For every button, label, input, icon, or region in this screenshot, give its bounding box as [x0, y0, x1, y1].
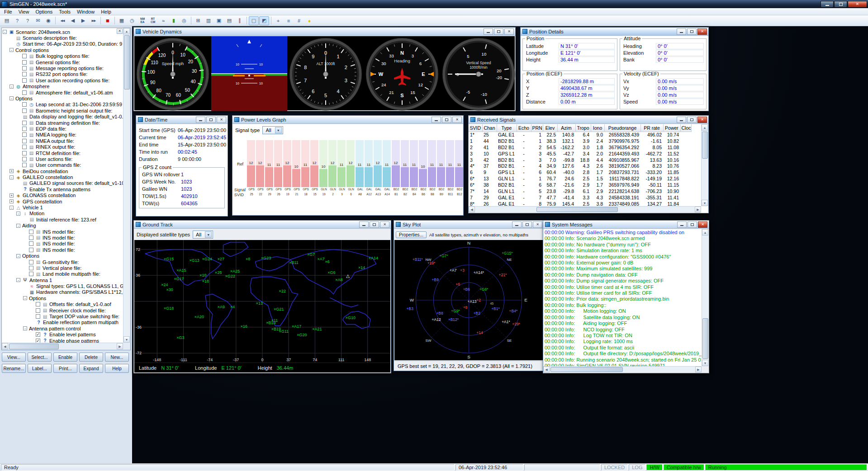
window-titlebar[interactable]: Received Signals ✕	[469, 116, 708, 124]
checkbox-icon[interactable]	[29, 236, 33, 240]
satellite-marker[interactable]: ×18	[202, 279, 209, 283]
power-bar-column[interactable]: 11	[446, 140, 454, 187]
checkbox-icon[interactable]	[29, 241, 33, 246]
checkbox-icon[interactable]	[22, 78, 27, 83]
satellite-marker[interactable]: ×14	[358, 265, 365, 270]
power-bar-column[interactable]: 10	[419, 140, 427, 187]
tree-item[interactable]: ▤RS232 port options file:	[2, 71, 123, 77]
tree-item[interactable]: ◷Leap second at: 31-Dec-2006 23:59:59	[2, 102, 123, 108]
window-titlebar[interactable]: System Messages ✕	[543, 221, 709, 229]
checkbox-icon[interactable]	[22, 132, 27, 137]
close-button[interactable]: ✕	[697, 28, 707, 35]
tree-expander-icon[interactable]: +	[9, 169, 14, 173]
close-button[interactable]: ✕	[533, 221, 542, 228]
scroll-thumb[interactable]	[124, 35, 130, 89]
checkbox-icon[interactable]	[36, 308, 40, 313]
satellite-marker[interactable]: ×A17	[292, 324, 301, 329]
menu-view[interactable]: View	[15, 9, 33, 15]
run-icon[interactable]: ▶	[78, 16, 88, 25]
power-bar-column[interactable]: 11	[383, 140, 391, 187]
satellite-marker[interactable]: ×B11	[289, 260, 299, 265]
graph-view-icon[interactable]: ≈	[158, 16, 168, 25]
tree-expander-icon[interactable]: -	[3, 30, 7, 34]
tree-expander-icon[interactable]: -	[9, 206, 14, 210]
tree-item[interactable]: ▤Message reporting options file:	[2, 65, 123, 71]
tile-vertical-view-icon[interactable]: ▥	[204, 16, 213, 25]
signal-row[interactable]: 7*14GLN L1-523.8-29.86.12.922128214.638-…	[469, 188, 691, 194]
print-button[interactable]: Print...	[53, 364, 77, 373]
scroll-right-icon[interactable]: ▶	[695, 207, 701, 212]
tree-expander-icon[interactable]: -	[9, 85, 14, 89]
tree-item[interactable]: ▤Barometric height serial output file:	[2, 108, 123, 113]
window-titlebar[interactable]: Date/Time ✕	[136, 116, 228, 124]
signal-row[interactable]: 69GPS L1-660.4-40.02.81.720837293.731-33…	[469, 169, 691, 175]
tree-item[interactable]: -Options	[2, 95, 123, 101]
satellite-marker[interactable]: ×4	[230, 305, 235, 309]
checkbox-icon[interactable]	[29, 260, 33, 264]
satellite-marker[interactable]: +G6*	[479, 287, 489, 292]
checkbox-icon[interactable]	[22, 102, 27, 107]
satellite-marker[interactable]: ×24	[161, 283, 168, 287]
ground-track-view-icon[interactable]: ◎	[179, 16, 189, 25]
power-bar-column[interactable]: 11	[428, 140, 436, 187]
tree-item[interactable]: +◈BeiDou constellation	[2, 168, 123, 174]
minimize-button[interactable]	[821, 1, 834, 8]
signal-row[interactable]: 342BD2 B1-37.0-99.818.84.440910855.96713…	[469, 157, 691, 163]
scroll-down-icon[interactable]: ▼	[702, 360, 708, 366]
checkbox-icon[interactable]	[29, 248, 33, 252]
tip-of-day-icon[interactable]: ●	[304, 16, 314, 25]
scroll-thumb[interactable]	[702, 132, 708, 159]
tree-item[interactable]: ▤User commands file:	[2, 162, 123, 168]
checkbox-icon[interactable]	[29, 272, 33, 276]
minimize-button[interactable]	[677, 28, 686, 35]
satellite-marker[interactable]: +21*	[499, 273, 507, 277]
satellite-marker[interactable]: ×G22	[225, 274, 235, 278]
close-button[interactable]: ✕	[217, 117, 226, 123]
minimize-button[interactable]	[359, 221, 369, 228]
main-titlebar[interactable]: SimGEN - 2048week.scn* ✕	[0, 0, 868, 8]
power-bar-column[interactable]: 11	[274, 140, 282, 187]
column-header[interactable]: Elev	[543, 124, 557, 132]
power-bar-column[interactable]: 11	[356, 140, 364, 187]
compress-view-icon[interactable]: ≡	[284, 16, 294, 25]
column-header[interactable]: Pseudorange	[604, 124, 640, 132]
tree-item[interactable]: ▤Scenario description file:	[2, 35, 123, 41]
satellite-marker[interactable]: +B3	[407, 306, 413, 311]
satellite-marker[interactable]: ×25	[215, 270, 222, 275]
satellite-marker[interactable]: ×G7	[307, 252, 315, 257]
scroll-down-icon[interactable]: ▼	[702, 200, 708, 206]
minimize-button[interactable]	[196, 117, 205, 123]
send-message-icon[interactable]: ✉	[33, 16, 43, 25]
satellite-marker[interactable]: ×A21	[312, 327, 322, 331]
satellite-marker[interactable]: +G7*	[439, 254, 448, 258]
satellite-marker[interactable]: ×6	[325, 259, 330, 264]
column-header[interactable]: Iono	[591, 124, 604, 132]
power-bar-column[interactable]: 11	[401, 140, 409, 187]
satellite-marker[interactable]: +A1*	[502, 320, 510, 324]
menu-file[interactable]: File	[1, 9, 15, 15]
tree-item[interactable]: ▤Land mobile multipath file:	[2, 271, 123, 277]
tree-expander-icon[interactable]: -	[23, 326, 27, 330]
power-bar-column[interactable]: 11	[365, 140, 373, 187]
restore-button[interactable]	[522, 221, 532, 228]
tree-item[interactable]: ▤G-sensitivity file:	[2, 259, 123, 265]
satellite-marker[interactable]: +B12*	[448, 317, 459, 322]
tree-item[interactable]: ▤Target DOP value switching file:	[2, 313, 123, 319]
tree-item[interactable]: ≈Signal types: GPS L1, GLONASS L1, GALIL…	[2, 283, 123, 289]
tree-expander-icon[interactable]: +	[9, 193, 14, 198]
scroll-right-icon[interactable]: ▶	[695, 367, 702, 372]
power-bar-column[interactable]: 12	[328, 140, 337, 187]
date-time-view-icon[interactable]: ◷	[127, 16, 137, 25]
satellite-marker[interactable]: ×G6	[327, 270, 335, 275]
column-header[interactable]: Clock	[680, 124, 691, 132]
close-button[interactable]: ✕	[380, 221, 389, 228]
tree-expander-icon[interactable]: -	[9, 175, 14, 179]
properties-button[interactable]: Properties...	[396, 231, 427, 238]
satellite-marker[interactable]: ×G13	[190, 258, 199, 263]
print-icon[interactable]: ▤	[2, 16, 12, 25]
tree-item[interactable]: ◷Start time: 06-Apr-2019 23:50:00, Durat…	[2, 41, 123, 47]
tree-expander-icon[interactable]: -	[16, 278, 20, 282]
satellite-marker[interactable]: +8	[463, 305, 468, 310]
satellite-marker[interactable]: ×G21	[274, 307, 284, 311]
checkbox-icon[interactable]	[22, 121, 27, 125]
